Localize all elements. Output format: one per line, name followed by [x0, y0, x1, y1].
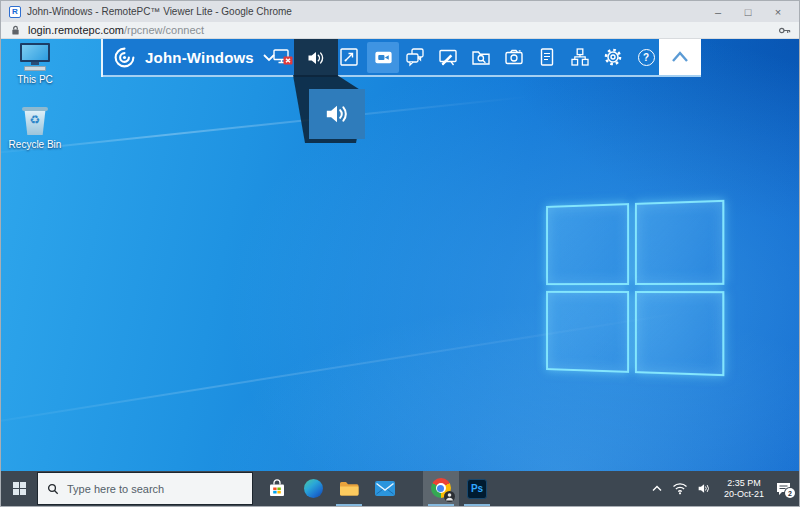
maximize-button[interactable]: □: [733, 2, 763, 22]
collapse-toolbar-button[interactable]: [659, 39, 701, 75]
screenshot-button[interactable]: [497, 39, 531, 75]
system-tray: 2:35 PM 20-Oct-21 2: [651, 471, 799, 506]
document-icon: [536, 46, 558, 68]
toolbar-underline: [103, 75, 701, 77]
help-button[interactable]: ?: [629, 39, 663, 75]
photoshop-icon: Ps: [467, 479, 487, 499]
video-record-icon: [373, 47, 394, 68]
address-text[interactable]: login.remotepc.com/rpcnew/connect: [28, 24, 204, 36]
close-button[interactable]: ×: [763, 2, 793, 22]
remote-user-badge: [444, 491, 455, 502]
url-path: /rpcnew/connect: [124, 24, 204, 36]
settings-button[interactable]: [596, 39, 630, 75]
running-indicator: [428, 504, 454, 506]
tray-date: 20-Oct-21: [721, 489, 767, 500]
desktop-icon-this-pc[interactable]: This PC: [4, 43, 66, 85]
computers-hierarchy-icon: [569, 46, 591, 68]
annotate-button[interactable]: [431, 39, 465, 75]
logo-pane: [635, 291, 724, 376]
remote-desktop[interactable]: This PC ♻ Recycle Bin: [1, 39, 799, 471]
taskbar-app-store[interactable]: [259, 471, 295, 506]
start-button[interactable]: [1, 471, 37, 506]
wallpaper-light-ray: [1, 96, 530, 157]
notification-count-badge: 2: [785, 488, 795, 498]
mail-icon: [375, 481, 395, 496]
tray-chevron-up-icon[interactable]: [651, 484, 663, 493]
desktop-icon-label: This PC: [17, 74, 53, 85]
remotepc-toolbar: John-Windows: [101, 39, 701, 77]
taskbar-app-edge[interactable]: [295, 471, 331, 506]
logo-pane: [546, 203, 629, 285]
chrome-window: R John-Windows - RemotePC™ Viewer Lite -…: [0, 0, 800, 507]
password-key-icon[interactable]: [778, 25, 791, 36]
windows-start-icon: [13, 482, 26, 495]
sound-popup-button[interactable]: [309, 89, 365, 139]
chevron-up-icon: [669, 49, 691, 65]
remote-taskbar: Type here to search: [1, 471, 799, 506]
sound-toolbar-button[interactable]: [294, 39, 338, 77]
window-title: John-Windows - RemotePC™ Viewer Lite - G…: [27, 6, 703, 17]
remotepc-favicon: R: [9, 6, 21, 18]
whiteboard-pen-icon: [437, 46, 459, 68]
taskbar-app-mail[interactable]: [367, 471, 403, 506]
speaker-icon: [305, 48, 327, 68]
running-indicator: [464, 504, 490, 506]
remotepc-logo-icon: [113, 46, 136, 69]
logo-pane: [546, 291, 629, 373]
action-center-button[interactable]: 2: [776, 482, 791, 495]
tray-clock[interactable]: 2:35 PM 20-Oct-21: [721, 478, 767, 499]
volume-icon[interactable]: [697, 482, 712, 495]
taskbar-spacer: [403, 471, 423, 506]
desktop-icon-label: Recycle Bin: [9, 139, 62, 150]
taskbar-search[interactable]: Type here to search: [37, 472, 253, 505]
running-indicator: [336, 504, 362, 506]
minimize-button[interactable]: –: [703, 2, 733, 22]
taskbar-app-chrome[interactable]: [423, 471, 459, 506]
gear-icon: [602, 46, 624, 68]
recycle-bin-icon: ♻: [22, 106, 48, 136]
folder-search-icon: [470, 46, 492, 68]
video-record-button[interactable]: [367, 42, 399, 73]
camera-icon: [503, 46, 525, 68]
wifi-icon[interactable]: [672, 482, 688, 495]
expand-icon: [338, 46, 360, 68]
desktop-icon-recycle-bin[interactable]: ♻ Recycle Bin: [4, 106, 66, 150]
speaker-icon: [323, 101, 351, 127]
file-explorer-icon: [339, 481, 359, 497]
disconnect-monitor-icon: [272, 46, 294, 68]
browser-titlebar: R John-Windows - RemotePC™ Viewer Lite -…: [1, 1, 799, 22]
tray-time: 2:35 PM: [721, 478, 767, 489]
edge-icon: [304, 479, 323, 498]
url-host: login.remotepc.com: [28, 24, 124, 36]
switch-computer-button[interactable]: [563, 39, 597, 75]
taskbar-app-file-explorer[interactable]: [331, 471, 367, 506]
microsoft-store-icon: [268, 479, 286, 498]
chat-button[interactable]: [398, 39, 432, 75]
lock-icon: [11, 25, 20, 36]
search-placeholder: Type here to search: [67, 483, 164, 495]
notes-button[interactable]: [530, 39, 564, 75]
windows-wallpaper-logo: [546, 200, 724, 376]
search-icon: [47, 483, 59, 495]
help-icon: ?: [638, 49, 655, 66]
this-pc-icon: [18, 43, 52, 71]
file-search-button[interactable]: [464, 39, 498, 75]
url-bar[interactable]: login.remotepc.com/rpcnew/connect: [1, 22, 799, 39]
logo-pane: [635, 200, 724, 285]
chat-icon: [404, 46, 426, 68]
remote-computer-name: John-Windows: [145, 49, 254, 66]
taskbar-app-photoshop[interactable]: Ps: [459, 471, 495, 506]
